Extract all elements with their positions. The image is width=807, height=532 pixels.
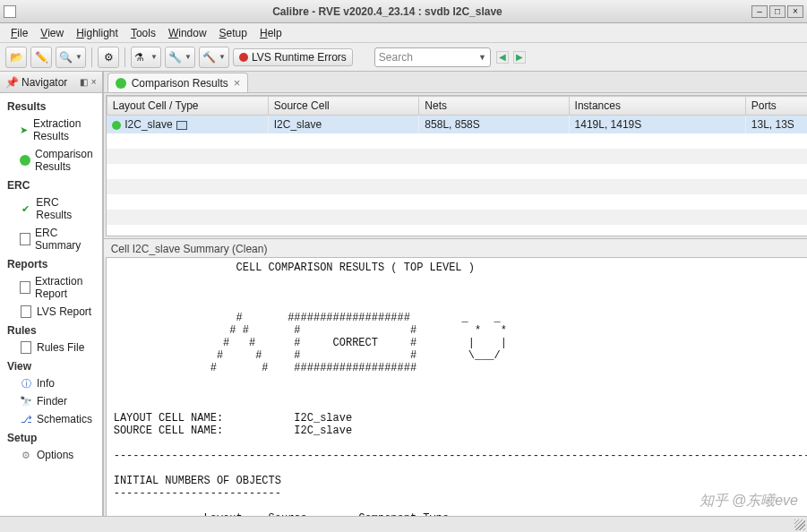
cell-source: I2C_slave [268, 116, 419, 134]
menu-file[interactable]: File [5, 25, 33, 41]
separator [124, 47, 125, 67]
lvs-errors-label: LVS Runtime Errors [252, 51, 347, 64]
smile-icon [20, 154, 30, 167]
report-text: CELL COMPARISON RESULTS ( TOP LEVEL ) # … [114, 262, 807, 530]
nav-comparison-results[interactable]: Comparison Results [0, 145, 102, 176]
nav-finder[interactable]: 🔭Finder [0, 392, 102, 410]
gear-icon: ⚙ [20, 449, 32, 461]
doc-icon [20, 305, 32, 318]
toolbar: 📂 ✏️ 🔍▼ ⚙ ⚗▼ 🔧▼ 🔨▼ LVS Runtime Errors Se… [0, 43, 807, 72]
report-body: CELL COMPARISON RESULTS ( TOP LEVEL ) # … [106, 257, 807, 530]
results-table: Layout Cell / Type Source Cell Nets Inst… [106, 95, 807, 236]
statusbar [0, 516, 807, 532]
error-icon [239, 53, 248, 62]
resize-grip[interactable] [794, 519, 805, 530]
cell-layout: I2C_slave [107, 116, 268, 134]
pin-icon: 📌 [5, 76, 18, 89]
settings-button[interactable]: ⚙ [98, 47, 119, 68]
map-icon [176, 121, 187, 130]
window-controls: – □ × [751, 5, 803, 18]
report-header: Cell I2C_slave Summary (Clean) [104, 238, 807, 257]
col-instances[interactable]: Instances [569, 97, 745, 116]
tab-comparison-results[interactable]: Comparison Results × [107, 73, 249, 92]
cell-nets: 858L, 858S [419, 116, 569, 134]
maximize-button[interactable]: □ [769, 5, 786, 18]
nav-lvs-report[interactable]: LVS Report [0, 303, 102, 321]
tool-c-button[interactable]: 🔨▼ [199, 47, 229, 68]
navigator-header: 📌 Navigator ◧ × [0, 72, 102, 93]
chevron-down-icon: ▼ [478, 53, 486, 62]
titlebar: Calibre - RVE v2020.4_23.14 : svdb I2C_s… [0, 0, 807, 23]
menubar: File View Highlight Tools Window Setup H… [0, 23, 807, 43]
menu-window[interactable]: Window [163, 25, 212, 41]
search-tool-button[interactable]: 🔍▼ [56, 47, 86, 68]
tab-label: Comparison Results [132, 77, 228, 90]
window-title: Calibre - RVE v2020.4_23.14 : svdb I2C_s… [23, 5, 751, 18]
col-layout[interactable]: Layout Cell / Type [107, 97, 268, 116]
open-button[interactable]: 📂 [5, 47, 27, 68]
search-nav: ◀ ▶ [494, 50, 526, 64]
navigator-title: Navigator [21, 76, 67, 89]
nav-group-setup: Setup [0, 428, 102, 446]
search-prev-button[interactable]: ◀ [496, 51, 509, 64]
results-grid: Layout Cell / Type Source Cell Nets Inst… [107, 96, 807, 133]
col-nets[interactable]: Nets [419, 97, 569, 116]
navigator-panel: 📌 Navigator ◧ × Results ➤Extraction Resu… [0, 72, 104, 532]
menu-highlight[interactable]: Highlight [71, 25, 124, 41]
nav-group-rules: Rules [0, 321, 102, 339]
nav-rules-file[interactable]: Rules File [0, 339, 102, 356]
search-input[interactable]: Search ▼ [374, 47, 491, 67]
nav-schematics[interactable]: ⎇Schematics [0, 410, 102, 428]
info-icon: ⓘ [20, 377, 32, 390]
close-button[interactable]: × [787, 5, 803, 18]
search-next-button[interactable]: ▶ [513, 51, 526, 64]
nav-group-erc: ERC [0, 176, 102, 193]
cell-ports: 13L, 13S [745, 116, 807, 134]
tool-a-button[interactable]: ⚗▼ [131, 47, 161, 68]
nav-group-reports: Reports [0, 254, 102, 272]
menu-tools[interactable]: Tools [125, 25, 161, 41]
nav-extraction-results[interactable]: ➤Extraction Results [0, 115, 102, 145]
menu-setup[interactable]: Setup [214, 25, 253, 41]
cell-instances: 1419L, 1419S [569, 116, 745, 134]
content-area: Comparison Results × Layout Cell / Type … [104, 72, 807, 532]
minimize-button[interactable]: – [751, 5, 768, 18]
doc-icon [20, 281, 30, 294]
nav-erc-results[interactable]: ✔ERC Results [0, 193, 102, 224]
panel-close-icon[interactable]: × [91, 77, 97, 87]
menu-view[interactable]: View [35, 25, 69, 41]
menu-help[interactable]: Help [254, 25, 288, 41]
col-source[interactable]: Source Cell [268, 97, 419, 116]
doc-icon [20, 233, 30, 245]
tool-b-button[interactable]: 🔧▼ [165, 47, 195, 68]
highlight-button[interactable]: ✏️ [30, 47, 52, 68]
tabbar: Comparison Results × [104, 72, 807, 93]
nav-erc-summary[interactable]: ERC Summary [0, 224, 102, 254]
schematic-icon: ⎇ [20, 413, 32, 425]
smile-icon [116, 78, 126, 89]
tab-close-icon[interactable]: × [234, 76, 241, 90]
search-placeholder: Search [379, 51, 413, 64]
navigator-tree: Results ➤Extraction Results Comparison R… [0, 93, 102, 532]
nav-group-view: View [0, 356, 102, 374]
binoculars-icon: 🔭 [20, 395, 32, 408]
undock-icon[interactable]: ◧ [80, 77, 88, 87]
nav-options[interactable]: ⚙Options [0, 446, 102, 464]
doc-icon [20, 341, 32, 354]
nav-group-results: Results [0, 97, 102, 115]
nav-extraction-report[interactable]: Extraction Report [0, 272, 102, 303]
status-ok-icon [112, 121, 121, 130]
col-ports[interactable]: Ports [745, 97, 807, 116]
empty-rows [107, 133, 807, 225]
app-icon [4, 5, 16, 18]
lvs-runtime-errors-button[interactable]: LVS Runtime Errors [233, 48, 353, 66]
separator [91, 47, 92, 67]
check-icon: ✔ [20, 202, 31, 215]
main-area: 📌 Navigator ◧ × Results ➤Extraction Resu… [0, 72, 807, 532]
table-row[interactable]: I2C_slave I2C_slave 858L, 858S 1419L, 14… [107, 116, 807, 134]
chevron-icon: ➤ [20, 124, 29, 136]
nav-info[interactable]: ⓘInfo [0, 374, 102, 392]
